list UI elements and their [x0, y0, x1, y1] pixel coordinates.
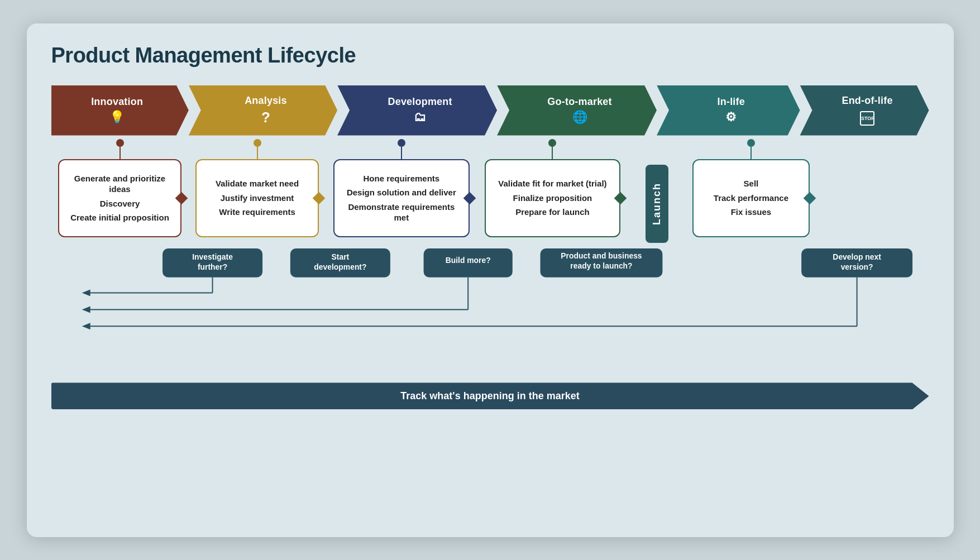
- gtm-connector: [548, 133, 556, 159]
- dev-item-2: Design solution and deliver: [347, 187, 456, 198]
- phase-col-eol: [816, 133, 929, 243]
- track-market-arrow: Track what's happening in the market: [51, 382, 929, 409]
- phase-col-gtm: Validate fit for market (trial) Finalize…: [477, 133, 628, 243]
- phase-col-analysis: Validate market need Justify investment …: [189, 133, 326, 243]
- innovation-connector: [116, 133, 124, 159]
- development-diamond: [463, 192, 476, 204]
- phase-box-innovation: Generate and prioritize ideas Discovery …: [58, 159, 181, 237]
- analysis-diamond: [313, 192, 326, 204]
- analysis-line: [257, 147, 258, 159]
- svg-text:Develop next: Develop next: [833, 252, 881, 261]
- gtm-diamond: [614, 192, 627, 204]
- inlife-line: [750, 147, 752, 159]
- analysis-item-2: Justify investment: [221, 193, 294, 204]
- phases-arrow-row: Innovation 💡 Analysis ? Development 🗂 Go…: [51, 85, 929, 136]
- arrow-inlife: In-life ⚙: [657, 85, 800, 136]
- arrow-gtm: Go-to-market 🌐: [497, 85, 657, 136]
- gtm-item-2: Finalize proposition: [513, 193, 592, 204]
- innovation-diamond: [175, 192, 188, 204]
- svg-text:Build more?: Build more?: [445, 255, 490, 264]
- gtm-item-3: Prepare for launch: [515, 207, 590, 218]
- svg-text:Investigate: Investigate: [192, 252, 233, 261]
- feedback-svg: Investigate further? Start development? …: [51, 248, 929, 371]
- innovation-item-1: Generate and prioritize ideas: [68, 173, 171, 195]
- track-market-label: Track what's happening in the market: [400, 390, 579, 402]
- arrow-analysis: Analysis ?: [189, 85, 337, 136]
- phase-col-inlife: Sell Track performance Fix issues: [686, 133, 816, 243]
- development-line: [401, 147, 402, 159]
- arrow-innovation-label: Innovation: [91, 96, 143, 108]
- inlife-item-3: Fix issues: [731, 207, 772, 218]
- svg-text:ready to launch?: ready to launch?: [570, 261, 632, 270]
- innovation-icon: 💡: [109, 110, 125, 125]
- svg-text:version?: version?: [840, 262, 873, 271]
- phase-box-inlife: Sell Track performance Fix issues: [692, 159, 810, 237]
- diagram-container: Product Management Lifecycle Innovation …: [27, 23, 954, 537]
- development-icon: 🗂: [414, 110, 426, 125]
- arrow-analysis-label: Analysis: [245, 95, 287, 107]
- phase-col-development: Hone requirements Design solution and de…: [326, 133, 477, 243]
- inlife-icon: ⚙: [725, 110, 737, 125]
- phases-boxes-row: Generate and prioritize ideas Discovery …: [51, 133, 929, 243]
- svg-text:Start: Start: [331, 252, 349, 261]
- inlife-diamond: [804, 192, 816, 204]
- arrow-innovation: Innovation 💡: [51, 85, 189, 136]
- analysis-connector: [254, 133, 261, 159]
- innovation-dot: [116, 139, 124, 147]
- phase-col-launch: Launch: [628, 133, 686, 243]
- arrow-eol-label: End-of-life: [842, 95, 892, 107]
- phase-col-innovation: Generate and prioritize ideas Discovery …: [51, 133, 189, 243]
- inlife-connector: [747, 133, 755, 159]
- phase-box-development: Hone requirements Design solution and de…: [333, 159, 470, 237]
- track-market-row: Track what's happening in the market: [51, 382, 929, 409]
- arrow-inlife-label: In-life: [718, 96, 745, 108]
- inlife-item-1: Sell: [744, 178, 759, 189]
- innovation-item-3: Create initial proposition: [70, 212, 169, 223]
- dev-item-3: Demonstrate requirements met: [343, 202, 460, 223]
- development-connector: [398, 133, 405, 159]
- analysis-icon: ?: [261, 109, 270, 126]
- arrow-development: Development 🗂: [337, 85, 497, 136]
- svg-marker-22: [82, 323, 90, 329]
- gtm-icon: 🌐: [572, 110, 587, 125]
- inlife-dot: [747, 139, 755, 147]
- innovation-item-2: Discovery: [100, 198, 140, 209]
- arrow-development-label: Development: [388, 96, 452, 108]
- eol-icon: STOP: [860, 109, 874, 126]
- analysis-item-3: Write requirements: [219, 207, 295, 218]
- arrow-eol: End-of-life STOP: [800, 85, 929, 136]
- launch-box: Launch: [646, 165, 668, 243]
- svg-text:Product and business: Product and business: [561, 251, 642, 260]
- gtm-item-1: Validate fit for market (trial): [498, 178, 606, 189]
- svg-text:development?: development?: [314, 262, 366, 271]
- phase-box-gtm: Validate fit for market (trial) Finalize…: [485, 159, 621, 237]
- page-title: Product Management Lifecycle: [51, 44, 929, 68]
- gtm-dot: [548, 139, 556, 147]
- phase-box-analysis: Validate market need Justify investment …: [195, 159, 319, 237]
- innovation-line: [119, 147, 121, 159]
- stop-icon: STOP: [860, 111, 874, 126]
- development-dot: [398, 139, 405, 147]
- analysis-dot: [254, 139, 261, 147]
- analysis-item-1: Validate market need: [216, 178, 299, 189]
- arrow-gtm-label: Go-to-market: [547, 96, 611, 108]
- dev-item-1: Hone requirements: [363, 173, 439, 184]
- inlife-item-2: Track performance: [714, 193, 788, 204]
- svg-marker-19: [82, 306, 90, 313]
- svg-marker-16: [82, 289, 90, 296]
- svg-text:further?: further?: [197, 262, 227, 271]
- gtm-line: [552, 147, 553, 159]
